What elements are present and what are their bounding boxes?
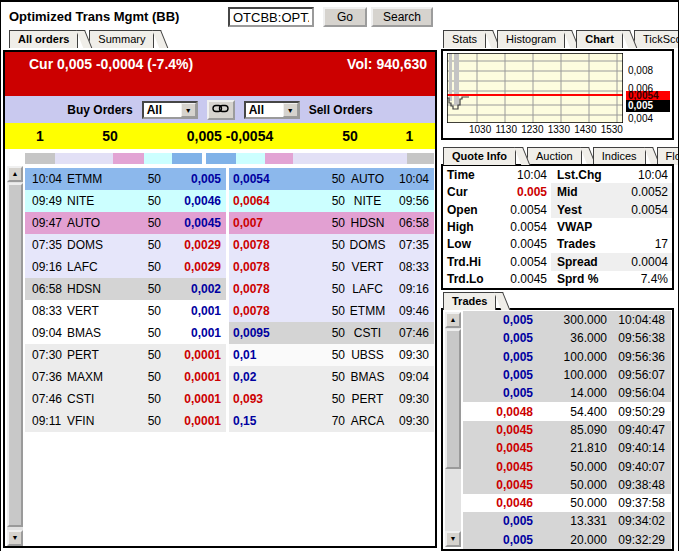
ask-side[interactable]: 0,009550CSTI07:46 [229,322,434,344]
scroll-up-icon[interactable]: ▲ [7,166,23,182]
trade-time: 09:50:29 [609,405,671,419]
quote-left-pair: Time10:04 [443,166,551,183]
trade-row[interactable]: 0,004585.09009:40:47 [463,421,671,439]
table-row[interactable]: 10:04ETMM500,0050,005450AUTO10:04 [25,168,434,190]
tab-trades[interactable]: Trades [443,292,496,310]
table-row[interactable]: 09:49NITE500,00460,006450NITE09:56 [25,190,434,212]
tab-quote-info[interactable]: Quote Info [443,147,516,165]
tab-histogram[interactable]: Histogram [497,30,565,48]
trade-row[interactable]: 0,00513.33109:34:02 [463,512,671,530]
sell-filter-select[interactable]: All ▼ [244,101,300,119]
tab-flow[interactable]: Flow [657,147,679,165]
bid-market-maker: MAXM [67,370,119,384]
trade-row[interactable]: 0,004650.00009:37:58 [463,494,671,512]
ask-side[interactable]: 0,007850LAFC09:16 [229,278,434,300]
bid-side[interactable]: 07:46CSTI500,0001 [25,388,226,410]
bid-side[interactable]: 09:04BMAS500,001 [25,322,226,344]
ask-market-maker: BMAS [345,370,390,384]
scroll-down-icon[interactable]: ▼ [445,531,461,547]
table-row[interactable]: 09:04BMAS500,0010,009550CSTI07:46 [25,322,434,344]
ask-side[interactable]: 0,007850VERT08:33 [229,256,434,278]
bid-side[interactable]: 07:36MAXM500,0001 [25,366,226,388]
ask-side[interactable]: 0,005450AUTO10:04 [229,168,434,190]
scroll-up-icon[interactable]: ▲ [445,312,461,328]
trade-size: 300.000 [537,313,609,327]
go-button[interactable]: Go [323,7,367,27]
tab-chart[interactable]: Chart [576,30,623,48]
ask-side[interactable]: 0,0250BMAS09:04 [229,366,434,388]
trade-row[interactable]: 0,004550.00009:40:07 [463,457,671,475]
bid-market-maker: VFIN [67,414,119,428]
tab-summary[interactable]: Summary [89,30,154,48]
trade-row[interactable]: 0,00520.00009:32:29 [463,531,671,549]
ask-side[interactable]: 0,007850DOMS07:35 [229,234,434,256]
trade-row[interactable]: 0,005300.00010:04:48 [463,311,671,329]
table-row[interactable]: 07:30PERT500,00010,0150UBSS09:30 [25,344,434,366]
trade-price: 0,0045 [463,423,537,437]
bid-side[interactable]: 06:58HDSN500,002 [25,278,226,300]
ask-side[interactable]: 0,00750HDSN06:58 [229,212,434,234]
bid-side[interactable]: 07:30PERT500,0001 [25,344,226,366]
trade-row[interactable]: 0,005100.00009:56:07 [463,366,671,384]
quote-right-pair: Trades17 [551,236,672,253]
tab-tickscope[interactable]: TickScope [634,30,679,48]
search-button[interactable]: Search [371,7,433,27]
bid-side[interactable]: 10:04ETMM500,005 [25,168,226,190]
bid-side[interactable]: 08:33VERT500,001 [25,300,226,322]
bid-price: 0,0029 [161,238,226,252]
tab-auction[interactable]: Auction [527,147,582,165]
chart-x-axis: 103011301230133014301530 [447,124,623,135]
buy-filter-select[interactable]: All ▼ [142,101,198,119]
chart-x-tick: 1530 [601,124,623,135]
table-row[interactable]: 07:36MAXM500,00010,0250BMAS09:04 [25,366,434,388]
ask-side[interactable]: 0,007850ETMM09:46 [229,300,434,322]
bid-side[interactable]: 09:47AUTO500,0045 [25,212,226,234]
chevron-down-icon[interactable]: ▼ [283,103,298,117]
bid-side[interactable]: 09:49NITE500,0046 [25,190,226,212]
table-row[interactable]: 09:11VFIN500,00010,1570ARCA09:30 [25,410,434,432]
tab-stats[interactable]: Stats [443,30,486,48]
bid-market-maker: BMAS [67,326,119,340]
book-scrollbar[interactable]: ▲ ▼ [7,166,23,546]
trade-row[interactable]: 0,004550.00009:38:48 [463,476,671,494]
tab-all-orders[interactable]: All orders [9,30,78,48]
chevron-down-icon[interactable]: ▼ [181,103,196,117]
bid-side[interactable]: 09:16LAFC500,0029 [25,256,226,278]
bid-price: 0,0001 [161,392,226,406]
bid-time: 07:46 [25,392,67,406]
symbol-input[interactable] [228,7,314,27]
bid-size: 50 [119,326,161,340]
ask-side[interactable]: 0,1570ARCA09:30 [229,410,434,432]
trades-scrollbar[interactable]: ▲ ▼ [445,312,461,547]
scrollbar-thumb[interactable] [445,329,461,469]
table-row[interactable]: 06:58HDSN500,0020,007850LAFC09:16 [25,278,434,300]
trade-time: 09:38:48 [609,478,671,492]
ask-market-maker: ETMM [345,304,390,318]
tab-indices[interactable]: Indices [593,147,646,165]
scrollbar-thumb[interactable] [7,183,23,527]
scroll-down-icon[interactable]: ▼ [7,530,23,546]
bid-side[interactable]: 07:35DOMS500,0029 [25,234,226,256]
ask-market-maker: AUTO [345,172,390,186]
trade-price: 0,005 [463,368,537,382]
bid-market-maker: PERT [67,348,119,362]
trade-row[interactable]: 0,004521.81009:40:14 [463,439,671,457]
table-row[interactable]: 07:35DOMS500,00290,007850DOMS07:35 [25,234,434,256]
table-row[interactable]: 09:47AUTO500,00450,00750HDSN06:58 [25,212,434,234]
depth-color-bands [25,153,434,164]
trade-row[interactable]: 0,00514.00009:56:04 [463,384,671,402]
link-buy-sell-button[interactable] [207,100,235,120]
trade-row[interactable]: 0,005100.00009:56:36 [463,348,671,366]
bid-side[interactable]: 09:11VFIN500,0001 [25,410,226,432]
trade-row[interactable]: 0,004854.40009:50:29 [463,402,671,420]
quote-left-pair: Trd.Hi0.0054 [443,253,551,270]
table-row[interactable]: 08:33VERT500,0010,007850ETMM09:46 [25,300,434,322]
ask-side[interactable]: 0,006450NITE09:56 [229,190,434,212]
ask-side[interactable]: 0,0150UBSS09:30 [229,344,434,366]
table-row[interactable]: 09:16LAFC500,00290,007850VERT08:33 [25,256,434,278]
chart-x-tick: 1230 [521,124,543,135]
bid-size: 50 [119,304,161,318]
table-row[interactable]: 07:46CSTI500,00010,09350PERT09:30 [25,388,434,410]
ask-side[interactable]: 0,09350PERT09:30 [229,388,434,410]
trade-row[interactable]: 0,00536.00009:56:38 [463,329,671,347]
